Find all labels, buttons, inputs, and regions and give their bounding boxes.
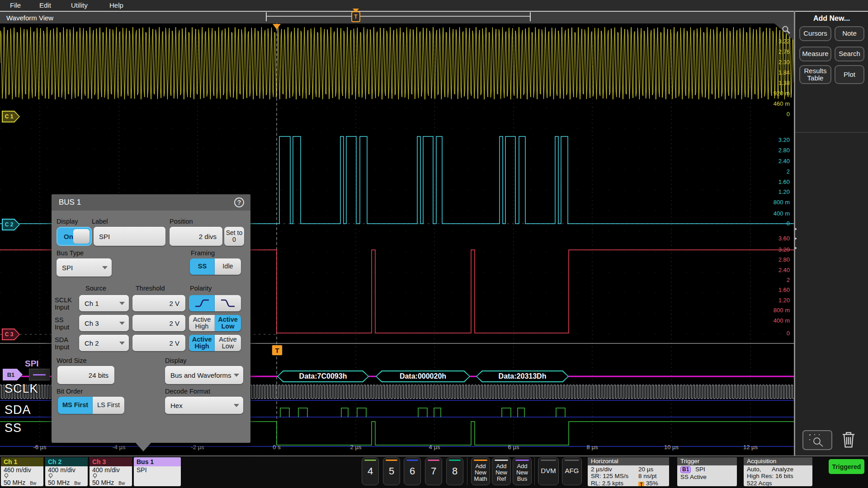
sclk-threshold-field[interactable]: 2 V xyxy=(132,295,185,311)
time-tick: 10 µs xyxy=(658,444,685,450)
sample-rate: SR: 125 MS/s xyxy=(591,473,628,479)
ch3-scale-tick: 1.20 xyxy=(763,297,790,304)
help-icon[interactable]: ? xyxy=(234,197,244,207)
word-size-field[interactable]: 24 bits xyxy=(57,366,114,384)
display-on-toggle[interactable]: On xyxy=(57,227,92,246)
sda-source-dropdown[interactable]: Ch 2 xyxy=(79,335,129,351)
bus-type-dropdown[interactable]: SPI xyxy=(57,258,112,277)
trash-icon[interactable] xyxy=(840,429,858,450)
ch7-number: 7 xyxy=(425,458,442,485)
search-button[interactable]: Search xyxy=(835,47,864,61)
ch2-scale-tick: 800 m xyxy=(763,199,790,206)
ss-active-high-button[interactable]: Active High xyxy=(189,315,215,331)
sda-active-high-button[interactable]: Active High xyxy=(189,335,215,351)
bus-mini-preview[interactable] xyxy=(29,369,50,380)
framing-idle-button[interactable]: Idle xyxy=(215,258,241,275)
menu-help[interactable]: Help xyxy=(109,1,123,9)
bw-badge: Bw xyxy=(74,481,80,486)
channel-flag-c3[interactable]: C 3 xyxy=(2,328,20,340)
results-bar: Add New... Cursors Note Measure Search R… xyxy=(795,11,868,455)
sda-source-value: Ch 2 xyxy=(85,339,99,347)
ss-active-low-button[interactable]: Active Low xyxy=(215,315,241,331)
ss-threshold-field[interactable]: 2 V xyxy=(132,315,185,331)
bus1-badge-title: Bus 1 xyxy=(134,457,181,466)
ch3-scale-tick: 0 xyxy=(763,330,790,337)
sclk-rising-edge-button[interactable] xyxy=(189,295,215,311)
position-field[interactable]: 2 divs xyxy=(170,227,222,246)
framing-ss-button[interactable]: SS xyxy=(190,258,215,275)
channel-flag-c2[interactable]: C 2 xyxy=(2,219,20,230)
ch4-number: 4 xyxy=(362,458,378,485)
measure-button[interactable]: Measure xyxy=(799,47,831,61)
magnifier-icon[interactable] xyxy=(781,25,791,35)
add-new-math-button[interactable]: Add New Math xyxy=(471,457,490,485)
display-mode-dropdown[interactable]: Bus and Waveforms xyxy=(165,366,243,384)
afg-button[interactable]: AFG xyxy=(562,457,582,485)
trigger-mini-icon: T xyxy=(638,482,644,487)
tab-waveform-view[interactable]: Waveform View xyxy=(6,14,53,22)
probe-icon xyxy=(92,473,98,479)
sda-active-low-button[interactable]: Active Low xyxy=(215,335,241,351)
bus1-badge[interactable]: Bus 1 SPI xyxy=(134,457,181,486)
ms-first-button[interactable]: MS First xyxy=(58,397,93,414)
ch2-badge-title: Ch 2 xyxy=(45,457,88,466)
channel-flag-c1[interactable]: C 1 xyxy=(2,111,20,122)
ss-threshold-value: 2 V xyxy=(169,319,179,327)
decode-format-dropdown[interactable]: Hex xyxy=(165,397,243,414)
divider-grip-icon[interactable] xyxy=(795,228,797,249)
ch2-scale-tick: 400 m xyxy=(763,210,790,217)
decode-packet[interactable]: Data:7C0093h xyxy=(277,371,369,382)
time-tick: -6 µs xyxy=(26,444,53,450)
label-field[interactable]: SPI xyxy=(94,227,165,246)
trigger-t-badge[interactable]: T xyxy=(272,345,283,356)
sda-threshold-value: 2 V xyxy=(169,339,179,347)
sclk-source-dropdown[interactable]: Ch 1 xyxy=(79,295,129,311)
ch6-button[interactable]: 6 xyxy=(404,457,421,485)
ch8-button[interactable]: 8 xyxy=(446,457,463,485)
menu-file[interactable]: File xyxy=(10,1,21,9)
trigger-position-icon[interactable] xyxy=(273,24,281,29)
ch3-badge[interactable]: Ch 3 400 m/div 50 MHzBw xyxy=(90,457,132,486)
ss-source-dropdown[interactable]: Ch 3 xyxy=(79,315,129,331)
trigger-mode: SS Active xyxy=(680,474,707,480)
ls-first-button[interactable]: LS First xyxy=(93,397,124,414)
ch3-scale-tick: 3.60 xyxy=(763,235,790,242)
ch1-scale-tick: 920 m xyxy=(763,90,790,97)
ref-color-stripe xyxy=(495,460,508,461)
note-button[interactable]: Note xyxy=(835,26,864,41)
ch1-badge[interactable]: Ch 1 460 m/div 50 MHzBw xyxy=(1,457,43,486)
ch2-badge[interactable]: Ch 2 400 m/div 50 MHzBw xyxy=(45,457,88,486)
add-new-bus-button[interactable]: Add New Bus xyxy=(513,457,532,485)
zoom-mode-button[interactable] xyxy=(802,430,832,450)
ch2-scale-tick: 1.20 xyxy=(763,188,790,195)
overview-trigger-badge[interactable]: T xyxy=(351,11,360,22)
horizontal-panel[interactable]: Horizontal 2 µs/div 20 µs SR: 125 MS/s 8… xyxy=(588,457,669,486)
ch7-button[interactable]: 7 xyxy=(425,457,442,485)
afg-color-stripe xyxy=(565,460,579,461)
plot-button[interactable]: Plot xyxy=(835,65,864,84)
cursors-button[interactable]: Cursors xyxy=(799,26,831,41)
bus1-dialog-titlebar[interactable]: BUS 1 xyxy=(52,194,250,211)
sda-threshold-field[interactable]: 2 V xyxy=(132,335,185,351)
horizontal-overview-bar[interactable]: T xyxy=(266,12,531,21)
decode-packet[interactable]: Data:20313Dh xyxy=(476,371,569,382)
ch4-button[interactable]: 4 xyxy=(362,457,379,485)
time-tick: -2 µs xyxy=(184,444,211,450)
dvm-button[interactable]: DVM xyxy=(538,457,559,485)
decode-packet[interactable]: Data:000020h xyxy=(376,371,470,382)
add-new-ref-button[interactable]: Add New Ref xyxy=(492,457,511,485)
menu-edit[interactable]: Edit xyxy=(39,1,51,9)
ch5-button[interactable]: 5 xyxy=(383,457,400,485)
set-to-zero-button[interactable]: Set to 0 xyxy=(224,227,244,246)
acquisition-title: Acquisition xyxy=(744,457,812,465)
results-table-button[interactable]: Results Table xyxy=(799,65,831,84)
ch2-scale-tick: 1.60 xyxy=(763,178,790,185)
ch6-number: 6 xyxy=(404,458,420,485)
sclk-falling-edge-button[interactable] xyxy=(215,295,241,311)
acquisition-panel[interactable]: Acquisition Auto, Analyze High Res: 16 b… xyxy=(744,457,812,486)
trigger-panel[interactable]: Trigger B1 SPI SS Active xyxy=(677,457,737,486)
acq-mode: Auto, xyxy=(747,466,761,473)
bus-spi-label: SPI xyxy=(25,359,39,369)
menu-utility[interactable]: Utility xyxy=(71,1,88,9)
time-tick: 12 µs xyxy=(737,444,764,450)
